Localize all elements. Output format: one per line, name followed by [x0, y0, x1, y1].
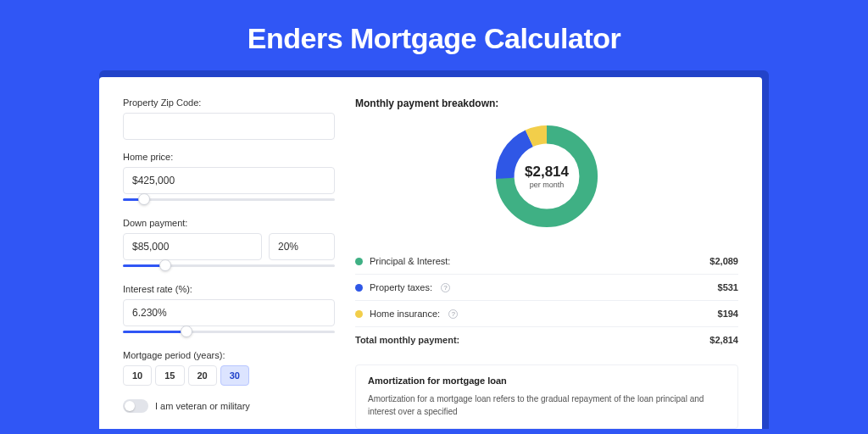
help-icon[interactable]: ?	[448, 309, 458, 319]
veteran-toggle[interactable]	[123, 399, 148, 413]
amortization-box: Amortization for mortgage loan Amortizat…	[355, 364, 738, 429]
legend-swatch	[355, 258, 363, 265]
total-label: Total monthly payment:	[355, 335, 459, 345]
legend-label: Principal & Interest:	[370, 256, 450, 266]
total-value: $2,814	[709, 335, 738, 345]
period-buttons: 10152030	[123, 365, 335, 386]
calculator-card: Property Zip Code: Home price: Down paym…	[99, 77, 762, 429]
interest-slider[interactable]	[123, 328, 335, 338]
zip-label: Property Zip Code:	[123, 97, 335, 108]
legend-swatch	[355, 284, 363, 292]
legend-list: Principal & Interest:$2,089Property taxe…	[355, 248, 738, 327]
home-price-input[interactable]	[123, 167, 335, 194]
legend-label: Property taxes:	[370, 282, 432, 292]
down-payment-input[interactable]	[123, 233, 262, 260]
veteran-label: I am veteran or military	[155, 401, 250, 411]
legend-row: Principal & Interest:$2,089	[355, 248, 738, 275]
down-payment-pct-input[interactable]	[269, 233, 335, 260]
legend-swatch	[355, 310, 363, 318]
legend-row: Property taxes:?$531	[355, 275, 738, 301]
legend-value: $531	[718, 282, 738, 292]
down-payment-slider[interactable]	[123, 262, 335, 272]
interest-slider-thumb[interactable]	[181, 326, 192, 337]
help-icon[interactable]: ?	[441, 283, 450, 292]
down-payment-label: Down payment:	[123, 218, 335, 228]
legend-value: $2,089	[709, 256, 738, 266]
down-payment-slider-thumb[interactable]	[159, 259, 171, 271]
inputs-panel: Property Zip Code: Home price: Down paym…	[123, 97, 335, 429]
page-title: Enders Mortgage Calculator	[0, 0, 868, 70]
zip-input[interactable]	[123, 113, 335, 140]
period-btn-20[interactable]: 20	[188, 365, 217, 386]
breakdown-title: Monthly payment breakdown:	[355, 97, 738, 109]
home-price-slider-thumb[interactable]	[138, 193, 150, 205]
interest-label: Interest rate (%):	[123, 284, 335, 294]
breakdown-panel: Monthly payment breakdown: $2,814 per mo…	[335, 97, 738, 429]
period-btn-10[interactable]: 10	[123, 365, 152, 386]
donut-amount: $2,814	[525, 164, 569, 181]
card-shadow: Property Zip Code: Home price: Down paym…	[99, 70, 769, 429]
toggle-knob	[125, 401, 135, 411]
donut-chart: $2,814 per month	[355, 121, 738, 231]
amortization-title: Amortization for mortgage loan	[368, 376, 726, 386]
amortization-text: Amortization for a mortgage loan refers …	[368, 392, 726, 418]
interest-input[interactable]	[123, 299, 335, 326]
donut-sub: per month	[525, 181, 569, 189]
period-btn-30[interactable]: 30	[220, 365, 249, 386]
period-btn-15[interactable]: 15	[155, 365, 184, 386]
legend-row: Home insurance:?$194	[355, 301, 738, 327]
home-price-slider[interactable]	[123, 196, 335, 206]
period-label: Mortgage period (years):	[123, 350, 335, 360]
legend-label: Home insurance:	[370, 309, 440, 319]
home-price-label: Home price:	[123, 152, 335, 162]
legend-value: $194	[718, 309, 738, 319]
